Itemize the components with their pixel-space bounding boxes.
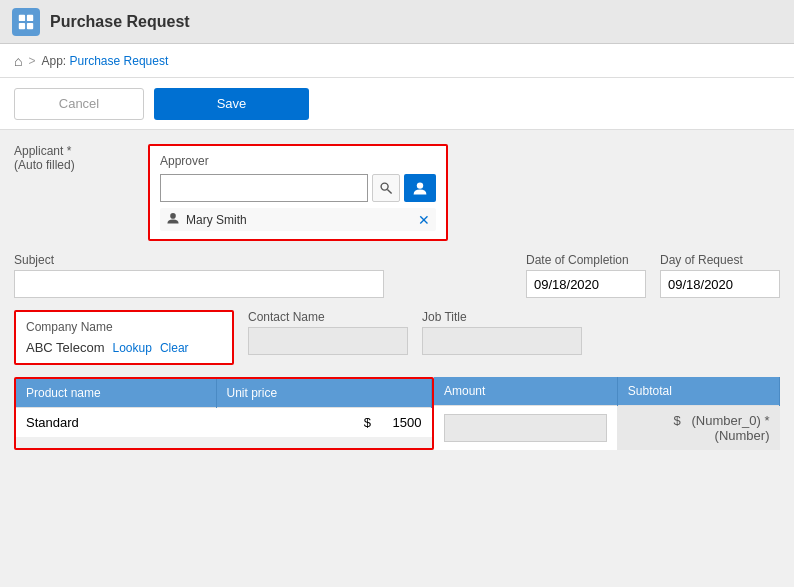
date-completion-label: Date of Completion	[526, 253, 646, 267]
applicant-approver-row: Applicant * (Auto filled) Approver	[14, 144, 780, 241]
company-clear-button[interactable]: Clear	[160, 341, 189, 355]
company-value: ABC Telecom	[26, 340, 105, 355]
bottom-tables: Product name Unit price Standard $ 1500	[14, 377, 780, 450]
day-of-request-label: Day of Request	[660, 253, 780, 267]
remove-person-button[interactable]: ✕	[418, 212, 430, 228]
app-icon	[12, 8, 40, 36]
form-area: Applicant * (Auto filled) Approver	[0, 130, 794, 365]
col-amount: Amount	[434, 377, 617, 406]
svg-point-6	[417, 182, 423, 188]
svg-rect-2	[19, 22, 25, 28]
search-button[interactable]	[372, 174, 400, 202]
amount-table: Amount Subtotal $ (Number_0) * (Number)	[434, 377, 780, 450]
subject-section: Subject	[14, 253, 512, 298]
approver-input-row	[160, 174, 436, 202]
toolbar: Cancel Save	[0, 78, 794, 130]
selected-person-name: Mary Smith	[186, 213, 412, 227]
date-completion-input[interactable]	[526, 270, 646, 298]
contact-input[interactable]	[248, 327, 408, 355]
date-completion-section: Date of Completion	[526, 253, 646, 298]
cell-product-name: Standard	[16, 408, 216, 438]
company-value-row: ABC Telecom Lookup Clear	[26, 340, 222, 355]
amount-input[interactable]	[444, 414, 607, 442]
company-lookup-button[interactable]: Lookup	[113, 341, 152, 355]
breadcrumb-link: App: Purchase Request	[41, 54, 168, 68]
svg-rect-1	[27, 14, 33, 20]
company-section: Company Name ABC Telecom Lookup Clear	[14, 310, 234, 365]
subject-input[interactable]	[14, 270, 384, 298]
job-title-input[interactable]	[422, 327, 582, 355]
company-contact-row: Company Name ABC Telecom Lookup Clear Co…	[14, 310, 780, 365]
svg-rect-0	[19, 14, 25, 20]
job-title-label: Job Title	[422, 310, 582, 324]
table-row: $ (Number_0) * (Number)	[434, 406, 780, 451]
page-title: Purchase Request	[50, 13, 190, 31]
cancel-button[interactable]: Cancel	[14, 88, 144, 120]
day-of-request-input[interactable]	[660, 270, 780, 298]
applicant-auto-filled: (Auto filled)	[14, 158, 134, 172]
selected-person-row: Mary Smith ✕	[160, 208, 436, 231]
col-subtotal: Subtotal	[617, 377, 779, 406]
breadcrumb-app-link[interactable]: Purchase Request	[70, 54, 169, 68]
product-table: Product name Unit price Standard $ 1500	[16, 379, 432, 437]
cell-amount	[434, 406, 617, 451]
title-bar: Purchase Request	[0, 0, 794, 44]
person-lookup-button[interactable]	[404, 174, 436, 202]
contact-label: Contact Name	[248, 310, 408, 324]
company-label: Company Name	[26, 320, 222, 334]
col-product-name: Product name	[16, 379, 216, 408]
applicant-label: Applicant *	[14, 144, 134, 158]
approver-input[interactable]	[160, 174, 368, 202]
svg-rect-3	[27, 22, 33, 28]
table-row: Standard $ 1500	[16, 408, 432, 438]
product-table-section: Product name Unit price Standard $ 1500	[14, 377, 434, 450]
approver-section: Approver	[148, 144, 448, 241]
contact-section: Contact Name	[248, 310, 408, 355]
approver-label: Approver	[160, 154, 436, 168]
home-icon[interactable]: ⌂	[14, 53, 22, 69]
subject-date-row: Subject Date of Completion Day of Reques…	[14, 253, 780, 298]
applicant-section: Applicant * (Auto filled)	[14, 144, 134, 172]
svg-point-4	[381, 183, 388, 190]
breadcrumb: ⌂ > App: Purchase Request	[0, 44, 794, 78]
day-of-request-section: Day of Request	[660, 253, 780, 298]
cell-subtotal: $ (Number_0) * (Number)	[617, 406, 779, 451]
person-icon	[166, 211, 180, 228]
svg-line-5	[387, 189, 391, 193]
col-unit-price: Unit price	[216, 379, 432, 408]
breadcrumb-sep: >	[28, 54, 35, 68]
amount-table-section: Amount Subtotal $ (Number_0) * (Number)	[434, 377, 780, 450]
svg-point-7	[170, 213, 176, 219]
subject-label: Subject	[14, 253, 512, 267]
save-button[interactable]: Save	[154, 88, 309, 120]
job-title-section: Job Title	[422, 310, 582, 355]
cell-unit-price: $ 1500	[216, 408, 432, 438]
